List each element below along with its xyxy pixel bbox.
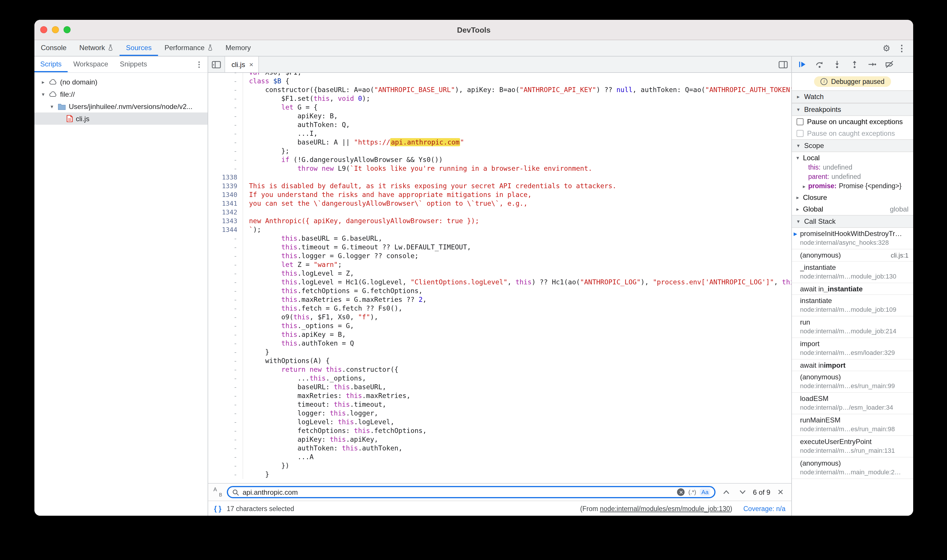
- line-number-gutter[interactable]: -: [208, 138, 243, 147]
- code-line-text[interactable]: class $B {: [243, 77, 290, 86]
- line-number-gutter[interactable]: -: [208, 392, 243, 400]
- line-number-gutter[interactable]: -: [208, 331, 243, 339]
- line-number-gutter[interactable]: -: [208, 313, 243, 322]
- line-number-gutter[interactable]: -: [208, 409, 243, 418]
- scope-variable-this[interactable]: this:undefined: [792, 164, 913, 173]
- code-line-text[interactable]: authToken: this.authToken,: [243, 444, 403, 453]
- scope-variable-promise[interactable]: ▸promise:Promise {<pending>}: [792, 182, 913, 192]
- line-number-gutter[interactable]: -: [208, 322, 243, 331]
- panel-tab-network[interactable]: Network: [73, 40, 120, 56]
- navigator-more-menu-icon[interactable]: ⋮: [195, 57, 208, 72]
- callstack-frame[interactable]: (anonymous)node:internal/m…main_module:2…: [792, 457, 913, 479]
- close-tab-icon[interactable]: ×: [249, 60, 253, 68]
- line-number-gutter[interactable]: 1339: [208, 182, 243, 191]
- code-line-text[interactable]: authToken: Q,: [243, 121, 350, 129]
- code-line-text[interactable]: If you understand the risks and have app…: [243, 191, 532, 199]
- line-number-gutter[interactable]: -: [208, 234, 243, 243]
- callstack-frame[interactable]: instantiatenode:internal/m…module_job:10…: [792, 295, 913, 317]
- code-line-text[interactable]: this.baseURL = G.baseURL,: [243, 234, 382, 243]
- code-line-text[interactable]: this.logLevel = Hc1(G.logLevel, "ClientO…: [243, 278, 791, 287]
- minimize-window-button[interactable]: [52, 26, 59, 33]
- code-line-text[interactable]: ...this._options,: [243, 374, 366, 383]
- step-into-button[interactable]: [829, 57, 845, 71]
- line-number-gutter[interactable]: 1343: [208, 217, 243, 226]
- callstack-section-header[interactable]: ▾ Call Stack: [792, 215, 913, 228]
- code-line-text[interactable]: ...A: [243, 453, 314, 462]
- line-number-gutter[interactable]: 1342: [208, 208, 243, 217]
- line-number-gutter[interactable]: -: [208, 374, 243, 383]
- line-number-gutter[interactable]: -: [208, 462, 243, 470]
- checkbox[interactable]: [797, 130, 804, 137]
- code-line-text[interactable]: this.apiKey = B,: [243, 331, 346, 339]
- code-line-text[interactable]: }: [243, 470, 269, 479]
- code-line-text[interactable]: `);: [243, 226, 261, 234]
- code-line-text[interactable]: this.maxRetries = G.maxRetries ?? 2,: [243, 295, 427, 304]
- code-line-text[interactable]: this.logLevel = Z,: [243, 269, 354, 278]
- line-number-gutter[interactable]: -: [208, 77, 243, 86]
- line-number-gutter[interactable]: -: [208, 86, 243, 94]
- line-number-gutter[interactable]: -: [208, 155, 243, 164]
- panel-tab-console[interactable]: Console: [34, 40, 73, 56]
- code-line-text[interactable]: you can set the \`dangerouslyAllowBrowse…: [243, 199, 527, 208]
- line-number-gutter[interactable]: -: [208, 112, 243, 121]
- line-number-gutter[interactable]: -: [208, 103, 243, 112]
- toggle-debugger-sidebar-icon[interactable]: [775, 57, 791, 72]
- code-line-text[interactable]: timeout: this.timeout,: [243, 400, 386, 409]
- code-line-text[interactable]: logLevel: this.logLevel,: [243, 418, 395, 426]
- panel-tab-memory[interactable]: Memory: [219, 40, 258, 56]
- code-line-text[interactable]: throw new L9(`It looks like you're runni…: [243, 164, 592, 173]
- panel-tab-sources[interactable]: Sources: [120, 40, 158, 56]
- code-line-text[interactable]: apiKey: B,: [243, 112, 338, 121]
- line-number-gutter[interactable]: -: [208, 365, 243, 374]
- code-line-text[interactable]: if (!G.dangerouslyAllowBrowser && Ys0()): [243, 155, 443, 164]
- regex-toggle[interactable]: (.*): [688, 489, 696, 495]
- line-number-gutter[interactable]: -: [208, 418, 243, 426]
- navigator-tab-workspace[interactable]: Workspace: [67, 57, 114, 72]
- code-line-text[interactable]: withOptions(A) {: [243, 357, 330, 365]
- line-number-gutter[interactable]: -: [208, 147, 243, 155]
- line-number-gutter[interactable]: -: [208, 260, 243, 269]
- line-number-gutter[interactable]: -: [208, 444, 243, 453]
- search-input[interactable]: [242, 488, 674, 496]
- line-number-gutter[interactable]: 1338: [208, 173, 243, 182]
- code-editor[interactable]: -var Xs0, $F1,-class $B {- constructor({…: [208, 73, 791, 483]
- code-line-text[interactable]: fetchOptions: this.fetchOptions,: [243, 426, 427, 435]
- toggle-navigator-icon[interactable]: [208, 57, 225, 72]
- code-line-text[interactable]: constructor({baseURL: A=ao("ANTHROPIC_BA…: [243, 86, 791, 94]
- step-out-button[interactable]: [847, 57, 862, 71]
- scope-section-header[interactable]: ▾ Scope: [792, 139, 913, 152]
- next-match-button[interactable]: [736, 490, 748, 494]
- code-line-text[interactable]: [243, 173, 249, 182]
- callstack-frame[interactable]: executeUserEntryPointnode:internal/m…s/r…: [792, 436, 913, 457]
- pretty-print-icon[interactable]: { }: [214, 505, 221, 512]
- line-number-gutter[interactable]: -: [208, 304, 243, 313]
- line-number-gutter[interactable]: 1341: [208, 199, 243, 208]
- coverage-link[interactable]: Coverage: n/a: [743, 505, 786, 512]
- line-number-gutter[interactable]: -: [208, 357, 243, 365]
- tree-item--no-domain-[interactable]: ▸(no domain): [34, 76, 208, 88]
- source-origin-link[interactable]: node:internal/modules/esm/module_job:130: [600, 505, 730, 512]
- line-number-gutter[interactable]: -: [208, 453, 243, 462]
- kebab-menu-icon[interactable]: ⋮: [898, 44, 906, 52]
- line-number-gutter[interactable]: -: [208, 287, 243, 295]
- line-number-gutter[interactable]: -: [208, 164, 243, 173]
- tree-item-cli-js[interactable]: cli.js: [34, 112, 208, 125]
- code-line-text[interactable]: ...I,: [243, 129, 318, 138]
- callstack-frame[interactable]: _instantiatenode:internal/m…module_job:1…: [792, 262, 913, 283]
- code-line-text[interactable]: This is disabled by default, as it risks…: [243, 182, 616, 191]
- titlebar[interactable]: DevTools: [34, 20, 913, 40]
- line-number-gutter[interactable]: -: [208, 269, 243, 278]
- scope-variable-parent[interactable]: parent:undefined: [792, 173, 913, 182]
- code-line-text[interactable]: var Xs0, $F1,: [243, 73, 301, 77]
- code-line-text[interactable]: let Z = "warn";: [243, 260, 342, 269]
- code-line-text[interactable]: apiKey: this.apiKey,: [243, 435, 378, 444]
- code-line-text[interactable]: o9(this, $F1, Xs0, "f"),: [243, 313, 378, 322]
- replace-toggle-icon[interactable]: AB: [213, 488, 222, 497]
- callstack-frame[interactable]: runnode:internal/m…module_job:214: [792, 317, 913, 338]
- code-line-text[interactable]: };: [243, 147, 290, 155]
- line-number-gutter[interactable]: -: [208, 383, 243, 392]
- callstack-frame[interactable]: loadESMnode:internal/p…/esm_loader:34: [792, 393, 913, 414]
- watch-section-header[interactable]: ▸ Watch: [792, 90, 913, 103]
- settings-gear-icon[interactable]: ⚙: [882, 44, 890, 52]
- line-number-gutter[interactable]: -: [208, 339, 243, 348]
